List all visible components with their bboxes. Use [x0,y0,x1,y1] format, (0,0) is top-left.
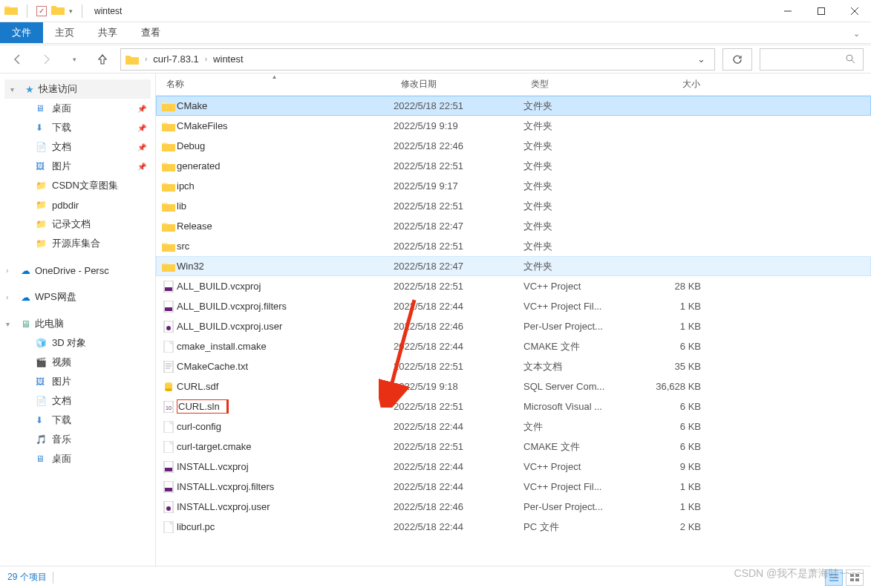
forward-button[interactable] [36,49,56,70]
sidebar-item[interactable]: 🖥桌面📌 [0,99,155,118]
column-name[interactable]: 名称 ▲ [156,74,394,95]
sidebar-item[interactable]: 🖥桌面 [0,449,155,468]
minimize-button[interactable] [771,0,804,22]
file-name: Release [177,220,394,232]
table-row[interactable]: Win322022/5/18 22:47文件夹 [156,256,871,276]
sidebar-item[interactable]: 📁记录文档 [0,215,155,234]
file-name: cmake_install.cmake [177,341,394,352]
file-date: 2022/5/18 22:46 [394,140,523,151]
chevron-right-icon[interactable]: › [145,55,147,63]
sidebar-item[interactable]: 📄文档 [0,391,155,411]
table-row[interactable]: cmake_install.cmake2022/5/18 22:44CMAKE … [156,336,871,356]
sidebar-item[interactable]: 🧊3D 对象 [0,333,155,353]
table-row[interactable]: generated2022/5/18 22:51文件夹 [156,156,871,176]
table-row[interactable]: CMakeFiles2022/5/19 9:19文件夹 [156,116,871,136]
sidebar-item[interactable]: 📄文档📌 [0,137,155,157]
table-row[interactable]: src2022/5/18 22:51文件夹 [156,236,871,256]
table-row[interactable]: CMakeCache.txt2022/5/18 22:51文本文档35 KB [156,356,871,376]
file-type: 文件夹 [523,99,639,113]
titlebar: ✓ ▾ wintest [0,0,871,22]
table-row[interactable]: INSTALL.vcxproj2022/5/18 22:44VC++ Proje… [156,457,871,477]
tab-share[interactable]: 共享 [86,22,129,43]
table-row[interactable]: Release2022/5/18 22:47文件夹 [156,216,871,236]
folder-icon: 📁 [36,238,48,249]
desktop-icon: 🖥 [36,103,48,114]
file-icon [156,381,177,393]
sidebar-item[interactable]: 📁pdbdir [0,195,155,215]
file-name: curl-target.cmake [177,441,394,452]
sidebar-item[interactable]: 📁开源库集合 [0,234,155,253]
table-row[interactable]: ALL_BUILD.vcxproj.user2022/5/18 22:46Per… [156,316,871,336]
tab-view[interactable]: 查看 [129,22,172,43]
sidebar-item-label: 下载 [52,121,71,134]
sidebar-item[interactable]: ⬇下载📌 [0,118,155,137]
svg-point-11 [166,326,171,330]
recent-dropdown[interactable]: ▾ [64,49,85,70]
column-type[interactable]: 类型 [523,74,639,95]
checkbox-icon[interactable]: ✓ [36,6,47,16]
file-name: src [177,241,394,252]
search-icon [846,54,855,64]
sidebar-onedrive[interactable]: › ☁ OneDrive - Persc [0,261,155,280]
file-type: SQL Server Com... [523,381,639,392]
ribbon-expand[interactable]: ⌄ [841,29,871,43]
table-row[interactable]: INSTALL.vcxproj.filters2022/5/18 22:44VC… [156,477,871,497]
sidebar-quick-access[interactable]: ▾ ★ 快速访问 [4,79,151,99]
file-type: PC 文件 [523,520,639,534]
table-row[interactable]: 10CURL.sln2022/5/18 22:51Microsoft Visua… [156,396,871,416]
table-row[interactable]: CMake2022/5/18 22:51文件夹 [156,96,871,116]
sidebar-item-label: 文档 [52,140,71,154]
close-button[interactable] [838,0,871,22]
table-row[interactable]: curl-target.cmake2022/5/18 22:51CMAKE 文件… [156,437,871,457]
sidebar-item[interactable]: 🎵音乐 [0,430,155,449]
breadcrumb[interactable]: wintest [213,53,243,65]
file-date: 2022/5/19 9:18 [394,381,523,392]
table-row[interactable]: libcurl.pc2022/5/18 22:44PC 文件2 KB [156,517,871,537]
table-row[interactable]: ALL_BUILD.vcxproj2022/5/18 22:51VC++ Pro… [156,276,871,296]
qat-folder-icon[interactable] [51,4,65,17]
file-date: 2022/5/18 22:51 [394,241,523,252]
search-input[interactable] [760,48,864,71]
svg-text:10: 10 [166,405,172,411]
sidebar-item-label: 开源库集合 [52,237,100,250]
table-row[interactable]: lib2022/5/18 22:51文件夹 [156,196,871,216]
sidebar-item[interactable]: 🎬视频 [0,353,155,372]
address-field[interactable]: › curl-7.83.1 › wintest ⌄ [120,48,715,71]
sidebar-item-label: 图片 [52,160,71,173]
sidebar-wps[interactable]: › ☁ WPS网盘 [0,287,155,307]
file-list: 名称 ▲ 修改日期 类型 大小 CMake2022/5/18 22:51文件夹C… [156,74,871,566]
folder-icon [156,141,177,151]
downloads-icon: ⬇ [36,415,48,425]
file-name: generated [177,160,394,172]
address-dropdown[interactable]: ⌄ [692,53,710,65]
pin-icon: 📌 [137,124,146,132]
breadcrumb[interactable]: curl-7.83.1 [153,53,198,65]
documents-icon: 📄 [36,396,48,406]
table-row[interactable]: Debug2022/5/18 22:46文件夹 [156,136,871,156]
column-date[interactable]: 修改日期 [394,74,523,95]
tab-file[interactable]: 文件 [0,22,43,43]
tab-home[interactable]: 主页 [43,22,86,43]
item-count: 29 个项目 [7,571,47,584]
qat-dropdown[interactable]: ▾ [69,7,73,15]
table-row[interactable]: ALL_BUILD.vcxproj.filters2022/5/18 22:44… [156,296,871,316]
sidebar-item[interactable]: ⬇下载 [0,411,155,430]
chevron-right-icon[interactable]: › [205,55,207,63]
file-date: 2022/5/18 22:47 [394,261,523,272]
sidebar-item[interactable]: 🖼图片 [0,372,155,391]
sidebar-item[interactable]: 📁CSDN文章图集 [0,176,155,195]
table-row[interactable]: curl-config2022/5/18 22:44文件6 KB [156,416,871,437]
column-size[interactable]: 大小 [639,74,713,95]
file-date: 2022/5/18 22:44 [394,521,523,532]
back-button[interactable] [7,49,28,70]
refresh-button[interactable] [722,48,752,71]
table-row[interactable]: ipch2022/5/19 9:17文件夹 [156,176,871,196]
sidebar-item[interactable]: 🖼图片📌 [0,157,155,176]
sidebar-this-pc[interactable]: ▾ 🖥 此电脑 [0,314,155,333]
sidebar-item-label: 快速访问 [39,82,77,96]
table-row[interactable]: INSTALL.vcxproj.user2022/5/18 22:46Per-U… [156,497,871,517]
table-row[interactable]: CURL.sdf2022/5/19 9:18SQL Server Com...3… [156,376,871,396]
file-date: 2022/5/18 22:51 [394,160,523,172]
up-button[interactable] [92,49,113,70]
maximize-button[interactable] [804,0,838,22]
